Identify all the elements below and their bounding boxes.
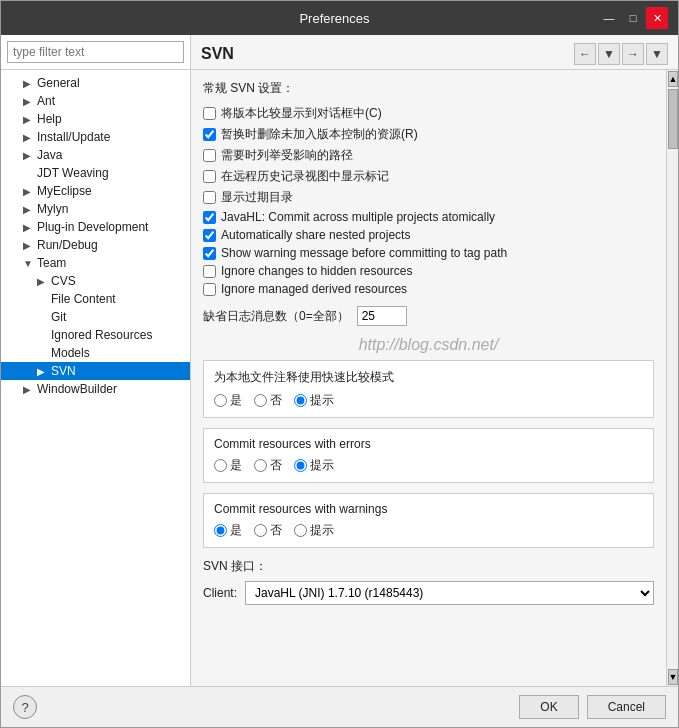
checkbox-row-cb9: Ignore changes to hidden resources [203,264,654,278]
close-button[interactable]: ✕ [646,7,668,29]
scrollbar-down-button[interactable]: ▼ [668,669,678,685]
expand-icon: ▶ [23,240,37,251]
nav-forward-dropdown-button[interactable]: ▼ [646,43,668,65]
watermark-text: http://blog.csdn.net/ [203,336,654,354]
scrollbar-thumb[interactable] [668,89,678,149]
page-title: SVN [201,45,574,63]
scrollbar-track-empty [667,150,678,668]
nav-forward-button[interactable]: → [622,43,644,65]
checkbox-row-cb7: Automatically share nested projects [203,228,654,242]
sidebar-item-cvs[interactable]: ▶ CVS [1,272,190,290]
checkbox-cb7[interactable] [203,229,216,242]
main-area: ▶ General ▶ Ant ▶ Help ▶ Install/Update … [1,35,678,686]
checkbox-cb8[interactable] [203,247,216,260]
dialog-title: Preferences [71,11,598,26]
minimize-button[interactable]: — [598,7,620,29]
checkbox-label-cb6: JavaHL: Commit across multiple projects … [221,210,495,224]
radio-yes2[interactable] [214,459,227,472]
checkbox-row-cb3: 需要时列举受影响的路径 [203,147,654,164]
help-button[interactable]: ? [13,695,37,719]
radio-no1[interactable] [254,394,267,407]
content-header: SVN ← ▼ → ▼ [191,35,678,70]
radio-option-prompt2: 提示 [294,457,334,474]
checkbox-row-cb8: Show warning message before committing t… [203,246,654,260]
sidebar-item-general[interactable]: ▶ General [1,74,190,92]
sidebar-item-git[interactable]: Git [1,308,190,326]
checkbox-label-cb9: Ignore changes to hidden resources [221,264,412,278]
client-select[interactable]: JavaHL (JNI) 1.7.10 (r1485443) SVNKit [245,581,654,605]
radio-label-prompt3: 提示 [310,522,334,539]
content-area: SVN ← ▼ → ▼ 常规 SVN 设置： 将版本比较显示到对话框中(C) [191,35,678,686]
sidebar-item-file-content[interactable]: File Content [1,290,190,308]
preferences-dialog: Preferences — □ ✕ ▶ General ▶ Ant [0,0,679,728]
title-bar: Preferences — □ ✕ [1,1,678,35]
sidebar-item-mylyn[interactable]: ▶ Mylyn [1,200,190,218]
radio-option-prompt1: 提示 [294,392,334,409]
radio-prompt1[interactable] [294,394,307,407]
checkbox-cb2[interactable] [203,128,216,141]
checkbox-row-cb4: 在远程历史记录视图中显示标记 [203,168,654,185]
sidebar-item-models[interactable]: Models [1,344,190,362]
sidebar-item-label: Run/Debug [37,238,98,252]
ok-button[interactable]: OK [519,695,578,719]
radio-prompt3[interactable] [294,524,307,537]
radio-no2[interactable] [254,459,267,472]
checkbox-cb5[interactable] [203,191,216,204]
sidebar-item-label: WindowBuilder [37,382,117,396]
sidebar-item-team[interactable]: ▼ Team [1,254,190,272]
radio-option-no1: 否 [254,392,282,409]
sidebar-item-label: Ignored Resources [51,328,152,342]
sidebar-item-ignored-resources[interactable]: Ignored Resources [1,326,190,344]
checkbox-row-cb2: 暂换时删除未加入版本控制的资源(R) [203,126,654,143]
nav-back-button[interactable]: ← [574,43,596,65]
checkbox-cb4[interactable] [203,170,216,183]
checkbox-cb6[interactable] [203,211,216,224]
log-count-input[interactable] [357,306,407,326]
window-controls: — □ ✕ [598,7,668,29]
radio-prompt2[interactable] [294,459,307,472]
scrollbar-up-button[interactable]: ▲ [668,71,678,87]
sidebar-item-plugin-development[interactable]: ▶ Plug-in Development [1,218,190,236]
checkbox-row-cb5: 显示过期目录 [203,189,654,206]
maximize-button[interactable]: □ [622,7,644,29]
sidebar-item-label: MyEclipse [37,184,92,198]
client-label: Client: [203,586,237,600]
checkbox-cb3[interactable] [203,149,216,162]
radio-label-no2: 否 [270,457,282,474]
expand-icon: ▶ [23,222,37,233]
svn-interface-section: SVN 接口： Client: JavaHL (JNI) 1.7.10 (r14… [203,558,654,605]
radio-yes3[interactable] [214,524,227,537]
sidebar-item-label: Models [51,346,90,360]
sidebar-item-svn[interactable]: ▶ SVN [1,362,190,380]
checkbox-label-cb4: 在远程历史记录视图中显示标记 [221,168,389,185]
checkbox-row-cb6: JavaHL: Commit across multiple projects … [203,210,654,224]
checkbox-cb1[interactable] [203,107,216,120]
sidebar-item-jdt-weaving[interactable]: JDT Weaving [1,164,190,182]
expand-icon: ▶ [23,132,37,143]
cancel-button[interactable]: Cancel [587,695,666,719]
sidebar-item-windowbuilder[interactable]: ▶ WindowBuilder [1,380,190,398]
radio-no3[interactable] [254,524,267,537]
sidebar-item-run-debug[interactable]: ▶ Run/Debug [1,236,190,254]
expand-icon: ▶ [37,276,51,287]
sidebar-item-myeclipse[interactable]: ▶ MyEclipse [1,182,190,200]
scrollbar-track[interactable]: ▲ ▼ [666,70,678,686]
sidebar-item-ant[interactable]: ▶ Ant [1,92,190,110]
checkbox-cb10[interactable] [203,283,216,296]
checkbox-cb9[interactable] [203,265,216,278]
sidebar-item-label: Mylyn [37,202,68,216]
sidebar-item-install-update[interactable]: ▶ Install/Update [1,128,190,146]
radio-label-yes2: 是 [230,457,242,474]
sidebar-item-java[interactable]: ▶ Java [1,146,190,164]
filter-input[interactable] [7,41,184,63]
radio-group-commit-warnings: Commit resources with warnings 是 否 [203,493,654,548]
radio-label-yes3: 是 [230,522,242,539]
sidebar-item-help[interactable]: ▶ Help [1,110,190,128]
checkbox-label-cb7: Automatically share nested projects [221,228,410,242]
radio-row2: 是 否 提示 [214,457,643,474]
radio-yes1[interactable] [214,394,227,407]
client-row: Client: JavaHL (JNI) 1.7.10 (r1485443) S… [203,581,654,605]
spacer [203,605,654,635]
nav-dropdown-button[interactable]: ▼ [598,43,620,65]
sidebar-item-label: Ant [37,94,55,108]
